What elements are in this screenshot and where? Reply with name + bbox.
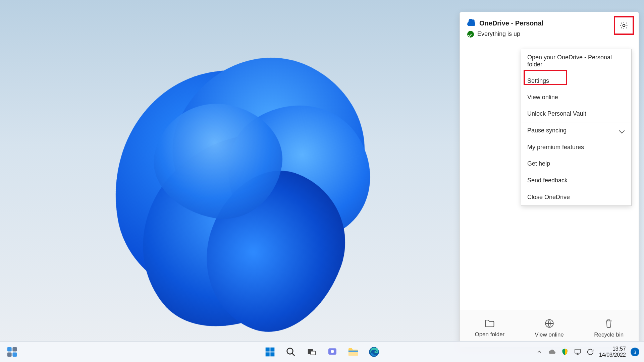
globe-icon: [545, 319, 554, 328]
menu-get-help-label: Get help: [527, 160, 550, 167]
start-button[interactable]: [261, 344, 279, 360]
notification-badge[interactable]: 3: [631, 348, 639, 356]
search-button[interactable]: [282, 344, 300, 360]
search-icon: [286, 347, 296, 357]
svg-rect-4: [7, 352, 12, 357]
menu-get-help[interactable]: Get help: [521, 156, 631, 172]
menu-view-online[interactable]: View online: [521, 89, 631, 106]
menu-premium-label: My premium features: [527, 144, 584, 151]
menu-settings-label: Settings: [527, 77, 549, 84]
svg-rect-3: [12, 347, 17, 352]
svg-rect-6: [266, 347, 270, 351]
edge-button[interactable]: [365, 344, 383, 360]
taskbar-center: [261, 344, 383, 360]
menu-pause-syncing[interactable]: Pause syncing: [521, 122, 631, 139]
taskview-icon: [307, 347, 317, 357]
tray-chevron-button[interactable]: [535, 348, 543, 356]
menu-premium[interactable]: My premium features: [521, 139, 631, 156]
footer-open-folder-label: Open folder: [475, 331, 504, 338]
tray-network-button[interactable]: [574, 348, 582, 356]
widgets-icon: [6, 346, 18, 358]
explorer-icon: [347, 347, 359, 357]
sync-status-row: Everything is up: [460, 28, 639, 41]
menu-pause-syncing-label: Pause syncing: [527, 127, 567, 134]
tray-security-button[interactable]: [561, 348, 569, 356]
svg-rect-18: [575, 349, 580, 353]
svg-rect-12: [311, 351, 316, 355]
onedrive-tray-icon: [548, 349, 556, 355]
wallpaper-bloom: [87, 44, 423, 332]
svg-rect-5: [12, 352, 17, 357]
menu-close-onedrive[interactable]: Close OneDrive: [521, 189, 631, 205]
gear-button[interactable]: [616, 18, 631, 33]
clock-date: 14/03/2022: [599, 352, 626, 358]
menu-view-online-label: View online: [527, 94, 558, 101]
menu-open-folder[interactable]: Open your OneDrive - Personal folder: [521, 49, 631, 73]
svg-rect-2: [7, 347, 12, 352]
edge-icon: [369, 347, 379, 357]
menu-open-folder-label: Open your OneDrive - Personal folder: [527, 54, 625, 68]
chevron-down-icon: [619, 128, 625, 133]
svg-point-14: [331, 350, 334, 353]
onedrive-popup: OneDrive - Personal Everything is up Ope…: [460, 12, 639, 347]
chevron-up-icon: [537, 349, 542, 355]
network-icon: [574, 349, 581, 355]
taskbar: 13:57 14/03/2022 3: [0, 341, 644, 362]
system-tray: 13:57 14/03/2022 3: [535, 342, 639, 362]
taskbar-clock[interactable]: 13:57 14/03/2022: [599, 346, 626, 358]
gear-menu: Open your OneDrive - Personal folder Set…: [521, 49, 632, 206]
menu-settings[interactable]: Settings: [521, 73, 631, 89]
start-icon: [265, 347, 275, 357]
tray-onedrive-button[interactable]: [548, 348, 556, 356]
check-icon: [467, 31, 474, 38]
svg-rect-9: [270, 352, 274, 356]
svg-rect-7: [270, 347, 274, 351]
footer-recycle-bin-label: Recycle bin: [594, 331, 624, 338]
notification-count: 3: [634, 349, 636, 355]
footer-view-online-label: View online: [535, 331, 564, 338]
taskview-button[interactable]: [303, 344, 320, 360]
folder-icon: [485, 319, 495, 328]
menu-send-feedback[interactable]: Send feedback: [521, 172, 631, 189]
menu-unlock-vault[interactable]: Unlock Personal Vault: [521, 106, 631, 122]
chat-button[interactable]: [324, 344, 341, 360]
menu-close-onedrive-label: Close OneDrive: [527, 194, 570, 201]
trash-icon: [604, 319, 613, 328]
clock-time: 13:57: [599, 346, 626, 352]
security-icon: [561, 348, 568, 356]
svg-point-10: [287, 348, 293, 354]
svg-point-0: [623, 24, 625, 27]
onedrive-title: OneDrive - Personal: [479, 19, 543, 27]
menu-unlock-vault-label: Unlock Personal Vault: [527, 110, 586, 117]
widgets-button[interactable]: [5, 345, 19, 359]
gear-icon: [620, 21, 628, 30]
onedrive-header: OneDrive - Personal: [460, 12, 639, 28]
update-icon: [587, 348, 594, 356]
explorer-button[interactable]: [344, 344, 362, 360]
chat-icon: [327, 347, 338, 357]
menu-send-feedback-label: Send feedback: [527, 177, 568, 184]
sync-status-text: Everything is up: [477, 31, 520, 38]
tray-update-button[interactable]: [586, 348, 594, 356]
svg-rect-8: [266, 352, 270, 356]
cloud-icon: [467, 21, 475, 26]
svg-rect-16: [348, 350, 358, 352]
